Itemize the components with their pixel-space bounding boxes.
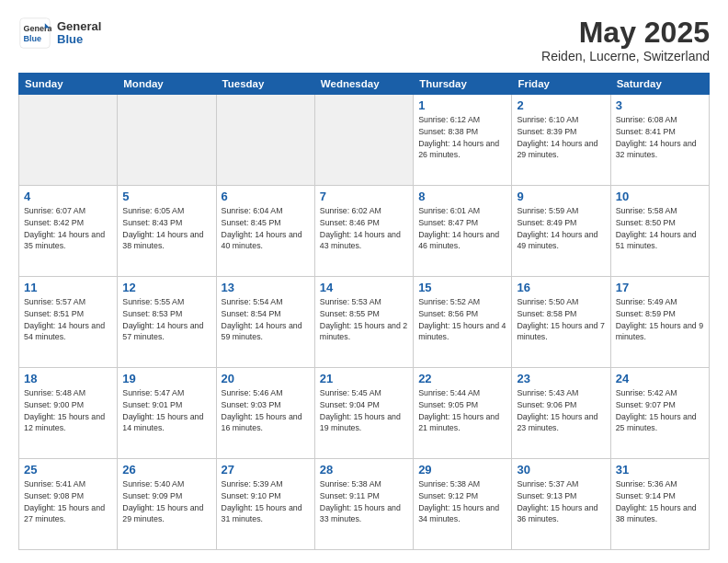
cell-day-number: 7 (320, 190, 408, 203)
logo-blue-text: Blue (57, 33, 101, 46)
cell-info-text: Sunrise: 5:50 AM Sunset: 8:58 PM Dayligh… (517, 296, 605, 343)
calendar-cell: 8Sunrise: 6:01 AM Sunset: 8:47 PM Daylig… (414, 186, 512, 277)
calendar-cell: 28Sunrise: 5:38 AM Sunset: 9:11 PM Dayli… (314, 459, 413, 550)
calendar-cell: 27Sunrise: 5:39 AM Sunset: 9:10 PM Dayli… (216, 459, 314, 550)
cell-info-text: Sunrise: 5:54 AM Sunset: 8:54 PM Dayligh… (222, 296, 310, 343)
cell-day-number: 10 (616, 190, 704, 203)
calendar-cell: 4Sunrise: 6:07 AM Sunset: 8:42 PM Daylig… (19, 186, 118, 277)
calendar-cell: 11Sunrise: 5:57 AM Sunset: 8:51 PM Dayli… (19, 277, 118, 368)
cell-info-text: Sunrise: 5:57 AM Sunset: 8:51 PM Dayligh… (24, 296, 112, 343)
cell-day-number: 20 (222, 372, 310, 385)
cell-day-number: 4 (24, 190, 112, 203)
logo-text: General Blue (57, 20, 101, 47)
cell-day-number: 9 (517, 190, 605, 203)
cell-info-text: Sunrise: 6:05 AM Sunset: 8:43 PM Dayligh… (122, 205, 210, 252)
calendar-title: May 2025 (541, 17, 710, 49)
cell-info-text: Sunrise: 5:40 AM Sunset: 9:09 PM Dayligh… (122, 478, 210, 525)
cell-day-number: 15 (418, 281, 506, 294)
cell-day-number: 13 (222, 281, 310, 294)
weekday-header-wednesday: Wednesday (314, 74, 413, 95)
cell-info-text: Sunrise: 6:07 AM Sunset: 8:42 PM Dayligh… (24, 205, 112, 252)
cell-info-text: Sunrise: 6:02 AM Sunset: 8:46 PM Dayligh… (320, 205, 408, 252)
calendar-cell: 10Sunrise: 5:58 AM Sunset: 8:50 PM Dayli… (610, 186, 709, 277)
cell-info-text: Sunrise: 5:47 AM Sunset: 9:01 PM Dayligh… (122, 387, 210, 434)
calendar-cell: 14Sunrise: 5:53 AM Sunset: 8:55 PM Dayli… (314, 277, 413, 368)
cell-info-text: Sunrise: 5:36 AM Sunset: 9:14 PM Dayligh… (616, 478, 704, 525)
cell-info-text: Sunrise: 5:38 AM Sunset: 9:11 PM Dayligh… (320, 478, 408, 525)
cell-day-number: 27 (222, 463, 310, 477)
calendar-cell: 5Sunrise: 6:05 AM Sunset: 8:43 PM Daylig… (118, 186, 216, 277)
cell-day-number: 29 (418, 463, 506, 477)
calendar-cell: 18Sunrise: 5:48 AM Sunset: 9:00 PM Dayli… (19, 368, 118, 459)
calendar-subtitle: Reiden, Lucerne, Switzerland (541, 49, 710, 63)
cell-day-number: 14 (320, 281, 408, 294)
cell-info-text: Sunrise: 5:52 AM Sunset: 8:56 PM Dayligh… (418, 296, 506, 343)
cell-day-number: 6 (222, 190, 310, 203)
calendar-cell: 2Sunrise: 6:10 AM Sunset: 8:39 PM Daylig… (512, 95, 610, 186)
calendar-cell (19, 95, 118, 186)
header: General Blue General Blue May 2025 Reide… (18, 17, 710, 63)
calendar-cell: 29Sunrise: 5:38 AM Sunset: 9:12 PM Dayli… (414, 459, 512, 550)
cell-day-number: 5 (122, 190, 210, 203)
cell-info-text: Sunrise: 5:49 AM Sunset: 8:59 PM Dayligh… (616, 296, 704, 343)
week-row-5: 25Sunrise: 5:41 AM Sunset: 9:08 PM Dayli… (19, 459, 710, 550)
calendar-cell: 3Sunrise: 6:08 AM Sunset: 8:41 PM Daylig… (610, 95, 709, 186)
page: General Blue General Blue May 2025 Reide… (0, 0, 728, 563)
weekday-header-row: SundayMondayTuesdayWednesdayThursdayFrid… (19, 74, 710, 95)
cell-day-number: 24 (616, 372, 704, 385)
calendar-cell (118, 95, 216, 186)
svg-text:Blue: Blue (23, 34, 41, 43)
calendar-cell: 26Sunrise: 5:40 AM Sunset: 9:09 PM Dayli… (118, 459, 216, 550)
cell-day-number: 11 (24, 281, 112, 294)
cell-info-text: Sunrise: 5:39 AM Sunset: 9:10 PM Dayligh… (222, 478, 310, 525)
cell-day-number: 22 (418, 372, 506, 385)
cell-day-number: 17 (616, 281, 704, 294)
title-block: May 2025 Reiden, Lucerne, Switzerland (541, 17, 710, 63)
cell-day-number: 8 (418, 190, 506, 203)
week-row-1: 1Sunrise: 6:12 AM Sunset: 8:38 PM Daylig… (19, 95, 710, 186)
calendar-cell: 13Sunrise: 5:54 AM Sunset: 8:54 PM Dayli… (216, 277, 314, 368)
calendar-cell: 12Sunrise: 5:55 AM Sunset: 8:53 PM Dayli… (118, 277, 216, 368)
weekday-header-thursday: Thursday (414, 74, 512, 95)
calendar-cell (314, 95, 413, 186)
weekday-header-saturday: Saturday (610, 74, 709, 95)
cell-day-number: 12 (122, 281, 210, 294)
calendar-cell: 19Sunrise: 5:47 AM Sunset: 9:01 PM Dayli… (118, 368, 216, 459)
cell-info-text: Sunrise: 5:45 AM Sunset: 9:04 PM Dayligh… (320, 387, 408, 434)
calendar-cell: 9Sunrise: 5:59 AM Sunset: 8:49 PM Daylig… (512, 186, 610, 277)
cell-info-text: Sunrise: 5:58 AM Sunset: 8:50 PM Dayligh… (616, 205, 704, 252)
calendar-table: SundayMondayTuesdayWednesdayThursdayFrid… (18, 73, 710, 550)
cell-day-number: 18 (24, 372, 112, 385)
cell-info-text: Sunrise: 6:12 AM Sunset: 8:38 PM Dayligh… (418, 114, 506, 161)
cell-day-number: 31 (616, 463, 704, 477)
calendar-cell: 6Sunrise: 6:04 AM Sunset: 8:45 PM Daylig… (216, 186, 314, 277)
week-row-4: 18Sunrise: 5:48 AM Sunset: 9:00 PM Dayli… (19, 368, 710, 459)
cell-info-text: Sunrise: 5:44 AM Sunset: 9:05 PM Dayligh… (418, 387, 506, 434)
cell-day-number: 3 (616, 98, 704, 112)
calendar-cell (216, 95, 314, 186)
cell-info-text: Sunrise: 5:46 AM Sunset: 9:03 PM Dayligh… (222, 387, 310, 434)
calendar-cell: 7Sunrise: 6:02 AM Sunset: 8:46 PM Daylig… (314, 186, 413, 277)
week-row-3: 11Sunrise: 5:57 AM Sunset: 8:51 PM Dayli… (19, 277, 710, 368)
cell-info-text: Sunrise: 5:38 AM Sunset: 9:12 PM Dayligh… (418, 478, 506, 525)
calendar-cell: 24Sunrise: 5:42 AM Sunset: 9:07 PM Dayli… (610, 368, 709, 459)
cell-day-number: 23 (517, 372, 605, 385)
cell-day-number: 21 (320, 372, 408, 385)
cell-day-number: 2 (517, 98, 605, 112)
weekday-header-friday: Friday (512, 74, 610, 95)
svg-text:General: General (23, 24, 51, 33)
cell-info-text: Sunrise: 6:10 AM Sunset: 8:39 PM Dayligh… (517, 114, 605, 161)
cell-info-text: Sunrise: 6:08 AM Sunset: 8:41 PM Dayligh… (616, 114, 704, 161)
calendar-cell: 15Sunrise: 5:52 AM Sunset: 8:56 PM Dayli… (414, 277, 512, 368)
cell-info-text: Sunrise: 5:53 AM Sunset: 8:55 PM Dayligh… (320, 296, 408, 343)
cell-info-text: Sunrise: 6:04 AM Sunset: 8:45 PM Dayligh… (222, 205, 310, 252)
calendar-cell: 20Sunrise: 5:46 AM Sunset: 9:03 PM Dayli… (216, 368, 314, 459)
cell-info-text: Sunrise: 5:41 AM Sunset: 9:08 PM Dayligh… (24, 478, 112, 525)
calendar-cell: 1Sunrise: 6:12 AM Sunset: 8:38 PM Daylig… (414, 95, 512, 186)
cell-info-text: Sunrise: 5:43 AM Sunset: 9:06 PM Dayligh… (517, 387, 605, 434)
cell-info-text: Sunrise: 5:48 AM Sunset: 9:00 PM Dayligh… (24, 387, 112, 434)
logo-general-text: General (57, 20, 101, 33)
cell-info-text: Sunrise: 5:59 AM Sunset: 8:49 PM Dayligh… (517, 205, 605, 252)
cell-info-text: Sunrise: 6:01 AM Sunset: 8:47 PM Dayligh… (418, 205, 506, 252)
cell-day-number: 28 (320, 463, 408, 477)
